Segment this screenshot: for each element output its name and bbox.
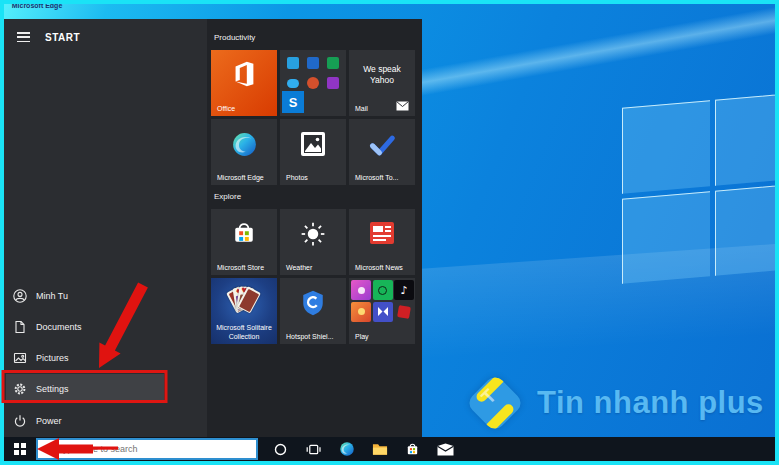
tiles-area: Productivity Explore Office S We [211,19,422,437]
file-explorer-icon[interactable] [363,437,396,461]
taskbar [4,437,775,461]
tile-play[interactable]: ♪ Play [349,278,415,344]
todo-check-icon [368,133,396,157]
section-productivity: Productivity [214,33,255,42]
mail-live-content: We speak Yahoo [357,64,407,86]
news-icon [369,220,395,246]
sidebar-item-settings[interactable]: Settings [4,374,204,404]
onenote-icon [327,77,339,89]
tiktok-icon: ♪ [394,280,414,300]
candy-game-icon [351,280,371,300]
section-explore: Explore [214,192,241,201]
mail-taskbar-icon[interactable] [429,437,462,461]
cortana-icon[interactable] [264,437,297,461]
watermark-logo-icon: T [468,376,522,430]
tile-mail-label: Mail [355,105,368,112]
tile-weather[interactable]: Weather [280,209,346,275]
power-icon [13,414,27,428]
skype-icon: S [282,91,304,113]
tile-solitaire-label: Microsoft Solitaire Collection [213,323,275,341]
tile-store-label: Microsoft Store [217,264,264,271]
user-icon [13,289,27,303]
playing-cards-icon: ♦ ♥ [214,285,274,321]
outlook-icon [287,57,299,69]
tile-office-apps-folder[interactable]: S [280,50,346,116]
sidebar-item-power-label: Power [36,416,62,426]
tile-microsoft-edge[interactable]: Microsoft Edge [211,119,277,185]
tile-weather-label: Weather [286,264,312,271]
task-view-icon[interactable] [297,437,330,461]
tile-edge-label: Microsoft Edge [217,174,264,181]
watermark: T Tin nhanh plus [468,376,764,430]
tile-photos[interactable]: Photos [280,119,346,185]
start-menu: START Minh Tu Documents Pictures Setting… [4,19,422,437]
play-apps-icons: ♪ [351,280,414,322]
onedrive-icon [287,79,299,88]
mail-envelope-icon [396,101,409,111]
sidebar-item-user-label: Minh Tu [36,291,68,301]
start-button[interactable] [4,437,36,461]
sidebar-item-pictures[interactable]: Pictures [4,343,204,373]
office-apps-icons [287,57,339,89]
search-icon [44,444,54,454]
tile-office[interactable]: Office [211,50,277,116]
candy2-game-icon [351,302,371,322]
sidebar-item-documents[interactable]: Documents [4,312,204,342]
desktop-icon-edge-label[interactable]: Microsoft Edge [8,4,66,11]
tile-microsoft-todo[interactable]: Microsoft To... [349,119,415,185]
edge-taskbar-icon[interactable] [330,437,363,461]
picture-icon [13,351,27,365]
screenshot-frame: Microsoft Edge T Tin nhanh plus START Mi… [0,0,779,465]
tile-solitaire[interactable]: ♦ ♥ Microsoft Solitaire Collection [211,278,277,344]
tile-news-label: Microsoft News [355,264,403,271]
bowtie-app-icon [373,302,393,322]
sidebar-item-pictures-label: Pictures [36,353,69,363]
excel-icon [327,57,339,69]
sidebar-item-user[interactable]: Minh Tu [4,281,204,311]
gear-icon [13,382,27,396]
search-input[interactable] [54,444,256,454]
weather-sun-icon [299,220,327,248]
tile-todo-label: Microsoft To... [355,174,398,181]
tile-mail[interactable]: We speak Yahoo Mail [349,50,415,116]
watermark-text: Tin nhanh plus [537,385,764,421]
word-icon [307,57,319,69]
store-icon [230,219,258,247]
powerpoint-icon [307,77,319,89]
hotspot-shield-icon [300,289,326,317]
edge-icon [231,131,258,158]
tile-hotspot-shield[interactable]: Hotspot Shiel... [280,278,346,344]
windows-logo-icon [14,443,26,455]
wallpaper-windows-logo [622,92,775,284]
tile-play-label: Play [355,333,369,340]
tile-microsoft-store[interactable]: Microsoft Store [211,209,277,275]
sidebar-item-documents-label: Documents [36,322,82,332]
document-icon [13,320,27,334]
taskbar-search[interactable] [36,438,258,460]
office-icon [229,59,259,89]
hamburger-menu-icon[interactable] [14,29,33,45]
tile-photos-label: Photos [286,174,308,181]
tile-microsoft-news[interactable]: Microsoft News [349,209,415,275]
tile-office-label: Office [217,105,235,112]
spotify-icon [373,280,393,300]
photos-icon [300,131,326,157]
sidebar-item-power[interactable]: Power [4,406,204,436]
tile-hotspot-label: Hotspot Shiel... [286,333,333,340]
store-taskbar-icon[interactable] [396,437,429,461]
sidebar-item-settings-label: Settings [36,384,69,394]
roblox-icon [394,302,414,322]
start-menu-title: START [45,32,80,43]
